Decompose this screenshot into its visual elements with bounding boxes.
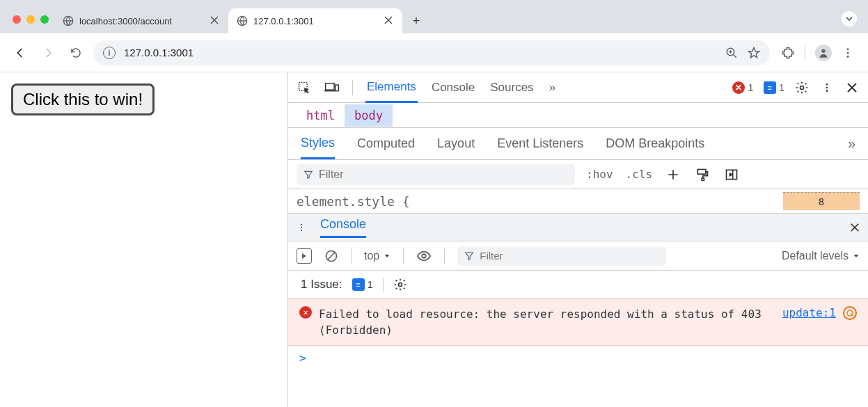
svg-point-22 [398, 282, 402, 286]
new-style-icon[interactable] [665, 166, 681, 183]
tab-title: localhost:3000/account [79, 16, 172, 26]
win-button[interactable]: Click this to win! [11, 83, 155, 115]
breadcrumb-body[interactable]: body [345, 104, 393, 127]
inspect-icon[interactable] [297, 80, 312, 95]
clear-console-icon[interactable] [324, 249, 338, 263]
svg-point-19 [301, 229, 302, 230]
svg-point-3 [821, 49, 825, 52]
console-filter-box[interactable] [457, 246, 666, 266]
new-tab-button[interactable]: + [407, 11, 426, 31]
kebab-menu-icon[interactable] [842, 47, 854, 59]
globe-icon [63, 15, 74, 26]
box-model-margin: 8 [783, 192, 860, 210]
gear-icon[interactable] [794, 80, 810, 95]
tab-console[interactable]: Console [430, 74, 476, 102]
issues-badge[interactable]: ≡ 1 [352, 278, 373, 291]
context-selector[interactable]: top [364, 250, 390, 262]
url-bar[interactable]: i [93, 40, 770, 65]
filter-icon [303, 170, 313, 179]
drawer-tab-console[interactable]: Console [320, 217, 366, 238]
svg-rect-14 [697, 169, 706, 174]
subtab-dom-breakpoints[interactable]: DOM Breakpoints [606, 136, 704, 151]
styles-filter-box[interactable] [297, 164, 575, 185]
svg-point-10 [800, 86, 804, 89]
drawer-close-icon[interactable] [850, 223, 860, 232]
log-levels-selector[interactable]: Default levels [782, 250, 860, 262]
tab-elements[interactable]: Elements [365, 73, 418, 103]
svg-rect-8 [326, 83, 335, 89]
subtab-computed[interactable]: Computed [357, 136, 415, 151]
svg-point-17 [301, 223, 302, 225]
paint-icon[interactable] [694, 166, 711, 183]
devtools-panel: Elements Console Sources » ✕ 1 ≡ 1 [287, 72, 868, 407]
minimize-window-icon[interactable] [26, 15, 35, 24]
element-style-row: element.style { 8 [288, 189, 868, 214]
reload-icon[interactable] [843, 306, 857, 320]
issues-row: 1 Issue: ≡ 1 [288, 271, 868, 298]
subtab-event-listeners[interactable]: Event Listeners [497, 136, 583, 151]
forward-button[interactable] [38, 42, 58, 63]
issues-label: 1 Issue: [301, 278, 342, 292]
address-bar: i [0, 33, 868, 72]
styles-filter-row: :hov .cls [288, 160, 868, 189]
styles-filter-input[interactable] [319, 168, 568, 181]
svg-point-12 [826, 86, 828, 88]
chevron-down-icon[interactable] [842, 11, 857, 26]
subtab-styles[interactable]: Styles [301, 136, 335, 159]
info-icon: ≡ [352, 278, 365, 291]
svg-rect-9 [336, 85, 339, 91]
info-icon: ≡ [764, 81, 776, 94]
svg-point-13 [826, 90, 828, 92]
svg-point-11 [826, 83, 828, 86]
subtabs-overflow-icon[interactable]: » [848, 136, 855, 152]
back-button[interactable] [10, 42, 31, 63]
eye-icon[interactable] [416, 248, 432, 264]
settings-gear-icon[interactable] [393, 278, 407, 292]
hov-toggle[interactable]: :hov [586, 168, 613, 181]
svg-point-21 [423, 254, 427, 258]
subtab-layout[interactable]: Layout [437, 136, 475, 151]
prompt-chevron-icon: > [299, 351, 306, 365]
close-devtools-icon[interactable] [844, 80, 860, 95]
drawer-kebab-icon[interactable] [297, 223, 306, 232]
close-tab-icon[interactable] [384, 16, 394, 26]
tabs-overflow[interactable]: » [548, 74, 557, 102]
close-tab-icon[interactable] [210, 16, 220, 26]
extensions-icon[interactable] [781, 46, 795, 60]
maximize-window-icon[interactable] [40, 15, 49, 24]
browser-tabstrip: localhost:3000/account 127.0.0.1:3001 + [0, 0, 868, 33]
tab-sources[interactable]: Sources [489, 74, 535, 102]
console-toolbar: top Default levels [288, 241, 868, 271]
error-message: Failed to load resource: the server resp… [319, 306, 775, 338]
panel-toggle-icon[interactable] [723, 166, 740, 183]
svg-point-5 [847, 51, 849, 54]
console-prompt[interactable]: > [288, 346, 868, 370]
zoom-icon[interactable] [725, 47, 738, 59]
console-filter-input[interactable] [480, 250, 659, 262]
element-style-label[interactable]: element.style { [297, 194, 410, 209]
svg-point-18 [301, 226, 302, 228]
dom-breadcrumb: html body [288, 103, 868, 128]
console-error-row: ✕ Failed to load resource: the server re… [288, 298, 868, 346]
cls-toggle[interactable]: .cls [626, 168, 653, 181]
sidebar-toggle-icon[interactable] [297, 248, 312, 264]
kebab-icon[interactable] [819, 80, 835, 95]
reload-button[interactable] [65, 42, 86, 63]
close-window-icon[interactable] [13, 15, 21, 24]
browser-tab[interactable]: localhost:3000/account [54, 8, 228, 33]
devtools-header: Elements Console Sources » ✕ 1 ≡ 1 [288, 72, 868, 103]
info-count-badge[interactable]: ≡ 1 [764, 81, 784, 94]
url-input[interactable] [124, 47, 717, 58]
device-toggle-icon[interactable] [324, 80, 340, 95]
site-info-icon[interactable]: i [103, 47, 116, 59]
breadcrumb-html[interactable]: html [297, 104, 345, 127]
error-source-link[interactable]: update:1 [782, 306, 836, 319]
error-count-badge[interactable]: ✕ 1 [732, 81, 753, 94]
globe-icon [237, 15, 248, 26]
profile-icon[interactable] [815, 45, 832, 61]
browser-tab-active[interactable]: 127.0.0.1:3001 [228, 8, 402, 33]
tab-title: 127.0.0.1:3001 [253, 16, 314, 26]
error-icon: ✕ [299, 306, 312, 319]
svg-point-6 [847, 55, 849, 57]
star-icon[interactable] [748, 47, 760, 59]
